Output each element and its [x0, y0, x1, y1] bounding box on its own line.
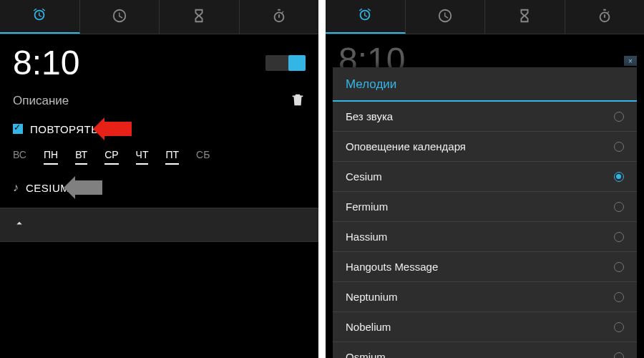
melody-item[interactable]: Cesium — [333, 162, 637, 192]
melody-label: Nobelium — [346, 321, 391, 333]
melody-item[interactable]: Hangouts Message — [333, 252, 637, 282]
melody-label: Hassium — [346, 231, 387, 243]
radio-icon — [614, 262, 624, 272]
repeat-checkbox[interactable] — [13, 124, 23, 134]
day-tue[interactable]: ВТ — [75, 149, 87, 165]
melody-label: Оповещение календаря — [346, 140, 466, 153]
ringtone-row[interactable]: ♪ CESIUM — [13, 180, 306, 195]
grey-arrow-annotation — [75, 180, 102, 195]
tab-alarm-r[interactable] — [326, 0, 406, 34]
stopwatch-icon — [597, 8, 613, 26]
red-arrow-annotation — [104, 122, 132, 136]
tab-stopwatch-r[interactable] — [565, 0, 645, 34]
trash-icon[interactable] — [290, 92, 306, 110]
hourglass-icon — [191, 8, 207, 26]
tab-timer-r[interactable] — [485, 0, 565, 34]
clock-icon — [437, 8, 453, 26]
alarm-icon — [31, 7, 47, 26]
melody-label: Fermium — [346, 200, 388, 213]
radio-icon — [614, 352, 624, 359]
close-icon[interactable]: × — [624, 56, 637, 66]
radio-icon-selected — [614, 172, 624, 182]
melody-label: Neptunium — [346, 291, 398, 303]
melody-list: Без звука Оповещение календаря Cesium Fe… — [333, 102, 637, 358]
tab-clock[interactable] — [80, 0, 160, 34]
stopwatch-icon — [271, 8, 287, 26]
dialog-title: Мелодии — [333, 67, 637, 102]
chevron-up-icon[interactable] — [13, 220, 26, 232]
melody-item[interactable]: Fermium — [333, 192, 637, 222]
melody-item[interactable]: Hassium — [333, 222, 637, 252]
tab-clock-r[interactable] — [406, 0, 486, 34]
alarm-time[interactable]: 8:10 — [13, 46, 79, 80]
radio-icon — [614, 232, 624, 242]
radio-icon — [614, 112, 624, 122]
melody-item[interactable]: Оповещение календаря — [333, 132, 637, 162]
radio-icon — [614, 322, 624, 332]
radio-icon — [614, 142, 624, 152]
melody-item[interactable]: Nobelium — [333, 312, 637, 342]
melody-label: Cesium — [346, 170, 382, 183]
tab-stopwatch[interactable] — [240, 0, 319, 34]
radio-icon — [614, 202, 624, 212]
alarm-detail: 8:10 Описание ПОВТОРЯТЬ ВС ПН ВТ СР ЧТ П… — [0, 34, 318, 248]
day-fri[interactable]: ПТ — [165, 149, 179, 165]
right-screen: 8:10 × Мелодии Без звука Оповещение кале… — [326, 0, 644, 358]
music-note-icon: ♪ — [13, 181, 19, 194]
radio-icon — [614, 292, 624, 302]
melody-item[interactable]: Osmium — [333, 342, 637, 358]
day-sun[interactable]: ВС — [13, 149, 26, 165]
day-thu[interactable]: ЧТ — [136, 149, 149, 165]
melody-label: Osmium — [346, 351, 386, 358]
tab-timer[interactable] — [160, 0, 240, 34]
tabbar — [0, 0, 318, 34]
alarm-toggle[interactable] — [265, 55, 306, 71]
day-mon[interactable]: ПН — [44, 149, 58, 165]
ringtone-label: CESIUM — [26, 182, 69, 194]
clock-icon — [112, 8, 127, 26]
day-sat[interactable]: СБ — [196, 149, 210, 165]
ringtone-dialog: Мелодии Без звука Оповещение календаря C… — [333, 67, 637, 358]
toggle-knob — [288, 55, 306, 71]
day-wed[interactable]: СР — [104, 149, 118, 165]
description-field[interactable]: Описание — [13, 94, 69, 108]
melody-item[interactable]: Без звука — [333, 102, 637, 132]
melody-item[interactable]: Neptunium — [333, 282, 637, 312]
alarm-icon — [357, 7, 373, 26]
melody-label: Без звука — [346, 110, 393, 122]
left-screen: 8:10 Описание ПОВТОРЯТЬ ВС ПН ВТ СР ЧТ П… — [0, 0, 318, 358]
tabbar-right — [326, 0, 644, 34]
repeat-label: ПОВТОРЯТЬ — [30, 123, 99, 135]
hourglass-icon — [517, 8, 532, 26]
days-row: ВС ПН ВТ СР ЧТ ПТ СБ — [13, 149, 306, 165]
melody-label: Hangouts Message — [346, 261, 438, 273]
tab-alarm[interactable] — [0, 0, 80, 34]
